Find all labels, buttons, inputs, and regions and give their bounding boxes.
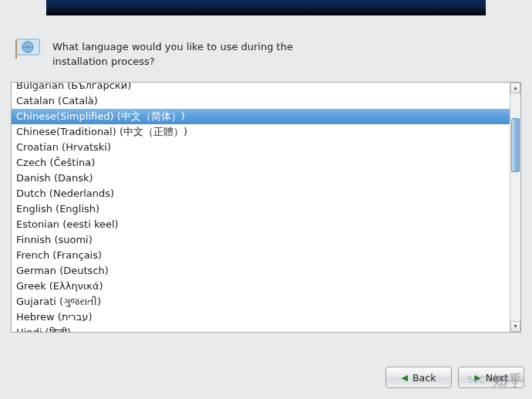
language-option[interactable]: Danish (Dansk) xyxy=(12,171,510,186)
scroll-down-button[interactable]: ▾ xyxy=(510,321,520,332)
language-option[interactable]: Hebrew (עברית) xyxy=(12,309,510,325)
scroll-up-button[interactable]: ▴ xyxy=(510,83,520,93)
globe-flag-icon xyxy=(15,39,42,59)
language-option[interactable]: Chinese(Traditional) (中文（正體）) xyxy=(12,124,510,140)
language-list[interactable]: Bulgarian (Български)Catalan (Català)Chi… xyxy=(12,83,510,332)
language-option[interactable]: English (English) xyxy=(12,201,510,217)
scroll-thumb[interactable] xyxy=(511,118,520,172)
arrow-left-icon: ◀ xyxy=(402,374,408,382)
language-option[interactable]: Czech (Čeština) xyxy=(12,155,510,171)
language-option[interactable]: Chinese(Simplified) (中文（简体）) xyxy=(12,109,510,124)
language-option[interactable]: Greek (Ελληνικά) xyxy=(12,279,510,294)
svg-rect-2 xyxy=(15,40,17,59)
prompt-text: What language would you like to use duri… xyxy=(52,39,293,69)
next-button-label: Next xyxy=(486,372,508,384)
footer-buttons: ◀ Back ▶ Next xyxy=(386,367,524,388)
language-option[interactable]: French (Français) xyxy=(12,248,510,263)
language-option[interactable]: Estonian (eesti keel) xyxy=(12,217,510,232)
prompt-row: What language would you like to use duri… xyxy=(0,15,532,82)
language-listbox[interactable]: Bulgarian (Български)Catalan (Català)Chi… xyxy=(11,82,521,333)
language-option[interactable]: Bulgarian (Български) xyxy=(12,83,510,93)
language-option[interactable]: Dutch (Nederlands) xyxy=(12,186,510,201)
installer-banner xyxy=(46,0,486,15)
back-button[interactable]: ◀ Back xyxy=(386,367,452,388)
language-option[interactable]: Finnish (suomi) xyxy=(12,232,510,248)
prompt-line-1: What language would you like to use duri… xyxy=(52,40,293,55)
prompt-line-2: installation process? xyxy=(52,55,293,69)
arrow-right-icon: ▶ xyxy=(474,374,480,382)
language-option[interactable]: German (Deutsch) xyxy=(12,263,510,279)
next-button[interactable]: ▶ Next xyxy=(458,367,524,388)
language-option[interactable]: Hindi (हिन्दी) xyxy=(12,325,510,332)
language-option[interactable]: Gujarati (ગુજરાતી) xyxy=(12,294,510,309)
language-option[interactable]: Croatian (Hrvatski) xyxy=(12,140,510,155)
language-option[interactable]: Catalan (Català) xyxy=(12,93,510,109)
scrollbar[interactable]: ▴ ▾ xyxy=(510,83,520,332)
back-button-label: Back xyxy=(412,372,436,384)
scroll-track[interactable] xyxy=(510,93,520,321)
